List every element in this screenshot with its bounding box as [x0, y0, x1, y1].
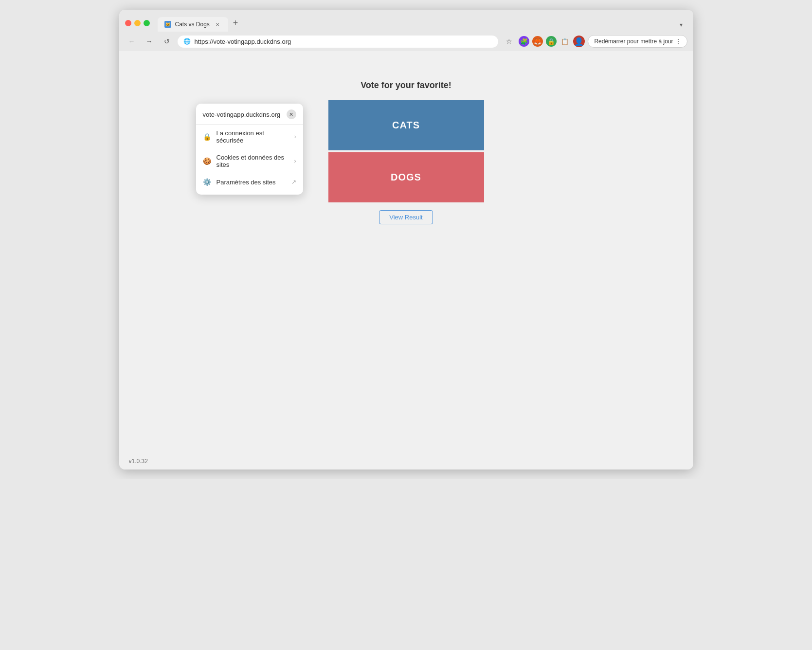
update-button[interactable]: Redémarrer pour mettre à jour ⋮ [588, 35, 687, 48]
close-dot[interactable] [125, 20, 131, 26]
vote-container: CATS DOGS [328, 100, 484, 202]
user-avatar[interactable]: 👤 [573, 36, 585, 47]
tab-title: Cats vs Dogs [175, 21, 210, 28]
back-button[interactable]: ← [125, 35, 139, 48]
dogs-vote-button[interactable]: DOGS [328, 152, 484, 202]
extension-icon-1[interactable]: 🧩 [519, 36, 529, 47]
popup-cookies-label: Cookies et données des sites [217, 154, 289, 168]
extension-icon-2[interactable]: 🦊 [532, 36, 543, 47]
bookmark-button[interactable]: ☆ [502, 35, 516, 48]
popup-cookies-arrow: › [294, 158, 296, 164]
address-input[interactable] [195, 38, 493, 45]
extension-icon-3[interactable]: 🔒 [546, 36, 557, 47]
extension-icon-4[interactable]: 📋 [559, 36, 570, 47]
maximize-dot[interactable] [144, 20, 150, 26]
nav-actions: ☆ 🧩 🦊 🔒 📋 👤 Redémarrer pour mettre à jou… [502, 35, 687, 48]
tab-close-button[interactable]: ✕ [214, 20, 221, 28]
popup-item-cookies[interactable]: 🍪 Cookies et données des sites › [196, 149, 303, 173]
minimize-dot[interactable] [134, 20, 141, 26]
window-controls [125, 20, 150, 26]
address-bar-wrapper[interactable]: 🌐 [178, 36, 499, 48]
lock-icon: 🔒 [203, 133, 212, 141]
popup-close-button[interactable]: ✕ [287, 109, 296, 119]
popup-security-label: La connexion est sécurisée [217, 129, 289, 144]
settings-icon: ⚙️ [203, 178, 212, 186]
popup-header: vote-votingapp.duckdns.org ✕ [196, 109, 303, 124]
security-icon: 🌐 [183, 38, 191, 45]
view-result-button[interactable]: View Result [379, 210, 433, 224]
browser-body: vote-votingapp.duckdns.org ✕ 🔒 La connex… [119, 51, 693, 469]
popup-item-security[interactable]: 🔒 La connexion est sécurisée › [196, 125, 303, 149]
new-tab-button[interactable]: + [228, 15, 243, 32]
version-label: v1.0.32 [129, 458, 148, 465]
cookies-icon: 🍪 [203, 157, 212, 165]
update-menu-dots: ⋮ [675, 38, 681, 45]
popup-settings-ext-icon: ↗ [291, 179, 296, 185]
popup-header-text: vote-votingapp.duckdns.org [203, 111, 281, 118]
active-tab[interactable]: 🐱 Cats vs Dogs ✕ [158, 17, 228, 32]
popup-settings-label: Paramètres des sites [217, 179, 287, 186]
popup-security-arrow: › [294, 133, 296, 140]
tab-dropdown-button[interactable]: ▾ [675, 18, 687, 32]
update-button-label: Redémarrer pour mettre à jour [594, 38, 673, 45]
page-title: Vote for your favorite! [361, 80, 451, 90]
popup-item-settings[interactable]: ⚙️ Paramètres des sites ↗ [196, 173, 303, 191]
nav-bar: ← → ↺ 🌐 ☆ 🧩 🦊 🔒 📋 👤 Redémarrer pour mett… [119, 32, 693, 51]
site-info-popup: vote-votingapp.duckdns.org ✕ 🔒 La connex… [196, 104, 303, 195]
tab-favicon: 🐱 [164, 21, 171, 28]
tab-bar: 🐱 Cats vs Dogs ✕ + ▾ [158, 15, 687, 32]
cats-vote-button[interactable]: CATS [328, 100, 484, 150]
refresh-button[interactable]: ↺ [160, 35, 174, 48]
forward-button[interactable]: → [143, 35, 156, 48]
